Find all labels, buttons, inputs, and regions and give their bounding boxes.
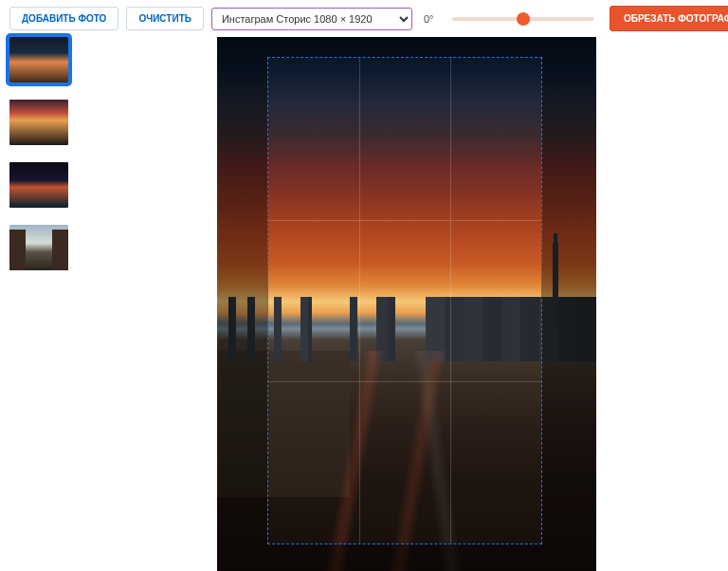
thumbnail-column	[0, 37, 85, 571]
grid-line	[268, 220, 541, 221]
preset-select[interactable]: Инстаграм Сторис 1080 × 1920	[211, 8, 412, 30]
crop-photos-button[interactable]: ОБРЕЗАТЬ ФОТОГРАФИИ	[610, 6, 728, 31]
top-toolbar: ДОБАВИТЬ ФОТО ОЧИСТИТЬ Инстаграм Сторис …	[0, 0, 728, 37]
thumbnail[interactable]	[9, 162, 68, 208]
thumbnail[interactable]	[9, 37, 68, 83]
clear-button[interactable]: ОЧИСТИТЬ	[126, 7, 204, 30]
add-photo-button[interactable]: ДОБАВИТЬ ФОТО	[9, 7, 118, 30]
editor-canvas[interactable]	[217, 37, 596, 571]
rotation-label: 0°	[424, 13, 445, 25]
grid-line	[268, 381, 541, 382]
grid-line	[359, 58, 360, 543]
crop-box[interactable]	[268, 58, 541, 543]
thumbnail[interactable]	[9, 225, 68, 270]
grid-line	[450, 58, 451, 543]
editor-wrap	[85, 37, 728, 571]
preset-wrap: Инстаграм Сторис 1080 × 1920	[211, 8, 412, 30]
rotation-control: 0°	[424, 13, 594, 25]
main-area	[0, 37, 728, 571]
rotation-slider[interactable]	[452, 17, 594, 21]
thumbnail[interactable]	[9, 100, 68, 145]
